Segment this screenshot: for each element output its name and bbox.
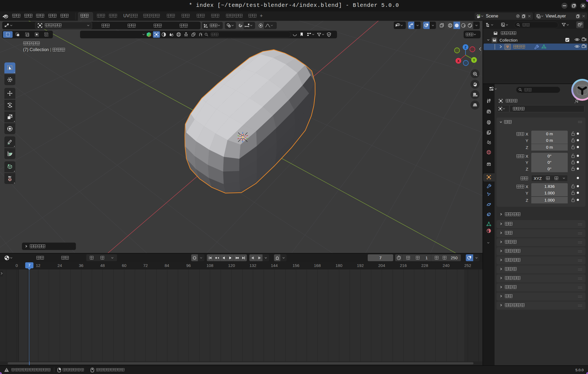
svg-text:Y: Y bbox=[473, 58, 475, 62]
svg-text:Z: Z bbox=[464, 45, 466, 49]
svg-text:X: X bbox=[457, 59, 459, 63]
